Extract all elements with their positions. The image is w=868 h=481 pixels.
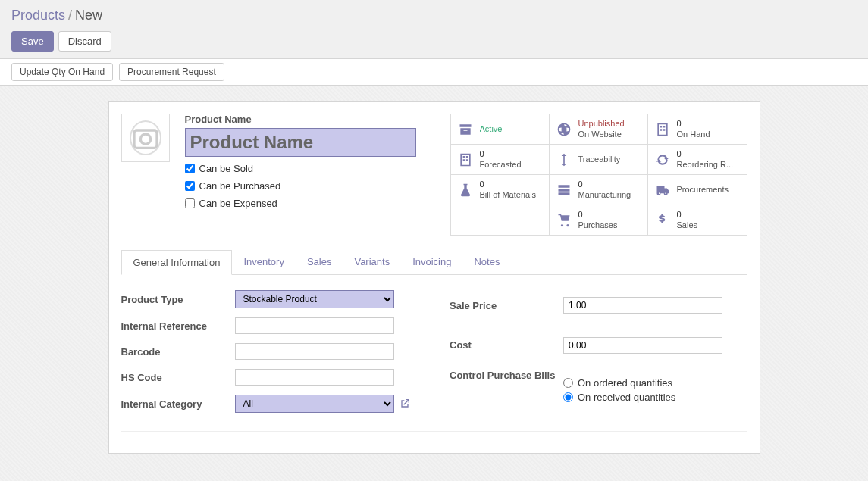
stat-on-hand-value: 0 [677, 119, 710, 129]
product-type-select[interactable]: Stockable Product [235, 290, 394, 308]
radio-ordered[interactable]: On ordered quantities [563, 377, 747, 389]
stat-bom-value: 0 [480, 180, 537, 189]
stat-traceability-label: Traceability [578, 155, 621, 164]
dollar-icon [654, 212, 671, 229]
sale-price-label: Sale Price [450, 300, 563, 311]
stat-purchases[interactable]: 0Purchases [550, 205, 648, 236]
refresh-icon [654, 151, 671, 168]
can-be-expensed-label: Can be Expensed [199, 198, 277, 209]
stat-manufacturing[interactable]: 0Manufacturing [550, 175, 648, 205]
can-be-sold-label: Can be Sold [199, 163, 254, 174]
hs-code-input[interactable] [235, 369, 394, 386]
tab-general[interactable]: General Information [121, 250, 233, 275]
internal-category-label: Internal Category [121, 398, 235, 410]
can-be-sold-input[interactable] [185, 164, 195, 173]
internal-category-select[interactable]: All [235, 395, 394, 413]
procurement-request-button[interactable]: Procurement Request [119, 63, 224, 81]
stat-empty [451, 205, 550, 236]
stat-purchases-label: Purchases [578, 220, 618, 230]
tab-invoicing[interactable]: Invoicing [401, 250, 462, 274]
cost-input[interactable] [563, 337, 722, 354]
stat-sales[interactable]: 0Sales [648, 205, 747, 236]
product-type-label: Product Type [121, 294, 235, 305]
discard-button[interactable]: Discard [58, 31, 111, 52]
radio-received[interactable]: On received quantities [563, 392, 747, 403]
stat-forecasted[interactable]: 0Forecasted [451, 145, 550, 175]
stat-forecasted-value: 0 [480, 149, 522, 159]
can-be-sold-checkbox[interactable]: Can be Sold [185, 163, 450, 174]
internal-reference-label: Internal Reference [121, 320, 235, 332]
product-name-label: Product Name [185, 114, 450, 125]
breadcrumb: Products/New [11, 8, 857, 23]
truck-icon [654, 182, 671, 198]
stat-bom[interactable]: 0Bill of Materials [451, 175, 550, 205]
stat-reordering-value: 0 [677, 149, 734, 159]
radio-ordered-input[interactable] [563, 378, 573, 388]
stat-manufacturing-value: 0 [578, 180, 631, 189]
tab-inventory[interactable]: Inventory [232, 250, 295, 274]
can-be-purchased-label: Can be Purchased [199, 180, 281, 192]
svg-point-1 [140, 134, 150, 144]
stat-bom-label: Bill of Materials [480, 190, 537, 200]
barcode-label: Barcode [121, 346, 235, 358]
internal-reference-input[interactable] [235, 317, 394, 334]
tab-variants[interactable]: Variants [343, 250, 401, 274]
stat-procurements[interactable]: Procurements [648, 175, 747, 205]
flask-icon [457, 182, 474, 198]
stat-sales-value: 0 [677, 210, 698, 220]
stat-purchases-value: 0 [578, 210, 618, 220]
stat-reordering[interactable]: 0Reordering R... [648, 145, 747, 175]
breadcrumb-current: New [75, 8, 102, 23]
can-be-expensed-input[interactable] [185, 198, 195, 208]
sale-price-input[interactable] [563, 297, 722, 314]
stat-sales-label: Sales [677, 220, 698, 230]
product-name-input[interactable] [185, 128, 416, 157]
stat-reordering-label: Reordering R... [677, 160, 734, 170]
stat-website-line2: On Website [578, 130, 625, 139]
barcode-input[interactable] [235, 343, 394, 360]
save-button[interactable]: Save [11, 31, 54, 52]
tab-notes[interactable]: Notes [462, 250, 511, 274]
svg-rect-0 [134, 130, 157, 148]
building-icon [654, 121, 671, 138]
stat-on-hand[interactable]: 0On Hand [648, 114, 747, 145]
stat-active-label: Active [480, 124, 503, 134]
update-qty-button[interactable]: Update Qty On Hand [11, 63, 113, 81]
can-be-purchased-input[interactable] [185, 181, 195, 191]
can-be-expensed-checkbox[interactable]: Can be Expensed [185, 198, 450, 209]
list-icon [556, 182, 572, 198]
radio-ordered-label: On ordered quantities [578, 377, 672, 389]
building-icon [457, 151, 474, 168]
hs-code-label: HS Code [121, 372, 235, 383]
radio-received-label: On received quantities [578, 392, 675, 403]
radio-received-input[interactable] [563, 392, 573, 402]
external-link-icon[interactable] [399, 398, 411, 410]
stat-website-line1: Unpublished [578, 119, 625, 129]
stat-manufacturing-label: Manufacturing [578, 190, 631, 200]
can-be-purchased-checkbox[interactable]: Can be Purchased [185, 180, 450, 192]
archive-icon [457, 121, 474, 138]
stat-website[interactable]: UnpublishedOn Website [550, 114, 648, 145]
stat-forecasted-label: Forecasted [480, 160, 522, 170]
stat-traceability[interactable]: Traceability [550, 145, 648, 175]
stat-procurements-label: Procurements [677, 185, 729, 195]
control-purchase-bills-label: Control Purchase Bills [450, 370, 563, 381]
breadcrumb-root[interactable]: Products [11, 8, 65, 23]
product-image-upload[interactable] [121, 114, 170, 162]
tab-sales[interactable]: Sales [296, 250, 343, 274]
cart-icon [556, 212, 572, 229]
globe-icon [556, 121, 572, 138]
stat-active[interactable]: Active [451, 114, 550, 145]
cost-label: Cost [450, 339, 563, 351]
arrows-v-icon [556, 151, 572, 168]
stat-on-hand-label: On Hand [677, 130, 710, 139]
